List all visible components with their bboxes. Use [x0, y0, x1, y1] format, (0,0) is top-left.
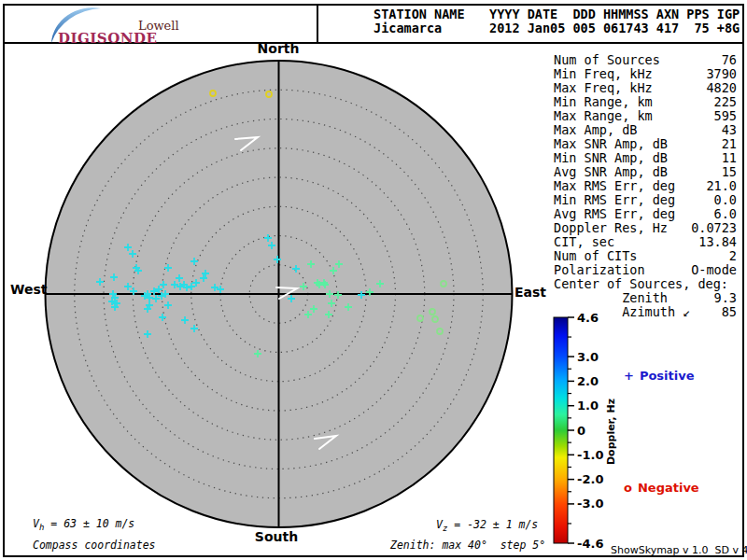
doppler-colorbar: 4.63.02.01.00-1.0-2.0-3.0-4.6: [554, 311, 603, 551]
param-value: 9.3: [714, 291, 737, 305]
header-station-label: STATION NAME: [374, 7, 465, 21]
param-value: 76: [722, 53, 737, 67]
colorbar-tick-label: 2.0: [577, 374, 599, 388]
param-label: Max Freq, kHz: [554, 81, 653, 95]
param-value: 85: [722, 305, 737, 319]
compass-label-west: West: [10, 282, 47, 297]
header-station-value: Jicamarca: [374, 21, 442, 35]
colorbar-tick-label: 3.0: [577, 350, 599, 364]
colorbar-tick-label: -3.0: [577, 497, 603, 511]
plus-marker-icon: +: [624, 369, 634, 383]
param-row: Avg RMS Err, deg6.0: [554, 207, 737, 221]
param-row: PolarizationO-mode: [554, 263, 737, 277]
compass-label-east: East: [514, 285, 546, 300]
colorbar-tick-label: 1.0: [577, 399, 599, 413]
showskymap-window: 4.63.02.01.00-1.0-2.0-3.0-4.6 Lowell DIG…: [0, 0, 747, 560]
colorbar-tick-label: -1.0: [577, 448, 603, 462]
param-value: 225: [714, 95, 737, 109]
colorbar-title: Doppler, Hz: [605, 385, 617, 479]
param-label: Azimuth ↙: [554, 305, 690, 319]
param-row: Doppler Res, Hz0.0723: [554, 221, 737, 235]
param-list: Num of Sources76Min Freq, kHz3790Max Fre…: [554, 53, 737, 319]
vertical-velocity-readout: Vz = -32 ± 1 m/s: [436, 518, 538, 533]
param-row: Min Freq, kHz3790: [554, 67, 737, 81]
param-value: 43: [722, 123, 737, 137]
param-label: Avg RMS Err, deg: [554, 207, 675, 221]
vz-symbol: V: [436, 518, 443, 531]
legend-positive: +Positive: [624, 369, 695, 383]
param-value: 11: [722, 151, 737, 165]
version-string: ShowSkymap v 1.0 SD v 4.2: [611, 544, 747, 556]
param-label: Num of CITs: [554, 249, 637, 263]
param-value: 3790: [706, 67, 737, 81]
param-label: Avg SNR Amp, dB: [554, 165, 668, 179]
param-label: Doppler Res, Hz: [554, 221, 668, 235]
param-label: Max Amp, dB: [554, 123, 637, 137]
param-row: Max Range, km595: [554, 109, 737, 123]
colorbar-tick-label: -4.6: [577, 537, 603, 551]
param-row: Max RMS Err, deg21.0: [554, 179, 737, 193]
param-value: O-mode: [691, 263, 737, 277]
param-row: Num of Sources76: [554, 53, 737, 67]
colorbar-tick-label: 0: [577, 424, 585, 438]
param-value: 0.0: [714, 193, 737, 207]
param-row: Zenith9.3: [554, 291, 737, 305]
vh-value: = 63 ± 10 m/s: [44, 517, 134, 530]
coordinates-note: Compass coordinates: [33, 539, 156, 552]
legend-positive-label: Positive: [640, 369, 695, 383]
compass-label-north: North: [258, 41, 300, 56]
param-label: Min RMS Err, deg: [554, 193, 675, 207]
param-label: CIT, sec: [554, 235, 614, 249]
param-row: Avg SNR Amp, dB15: [554, 165, 737, 179]
horizontal-velocity-readout: Vh = 63 ± 10 m/s: [33, 517, 134, 532]
logo-separator: [317, 4, 318, 42]
param-row: Max Amp, dB43: [554, 123, 737, 137]
vz-value: = -32 ± 1 m/s: [447, 518, 538, 531]
param-value: 21: [722, 137, 737, 151]
param-value: 4820: [706, 81, 737, 95]
param-label: Num of Sources: [554, 53, 660, 67]
param-label: Min SNR Amp, dB: [554, 151, 668, 165]
param-row: CIT, sec13.84: [554, 235, 737, 249]
param-value: 15: [722, 165, 737, 179]
logo-text-digisonde: DIGISONDE: [58, 30, 157, 47]
param-row: Azimuth ↙85: [554, 305, 737, 319]
param-row: Max Freq, kHz4820: [554, 81, 737, 95]
zenith-range-note: Zenith: max 40° step 5°: [390, 539, 545, 552]
legend-negative-label: Negative: [638, 481, 699, 495]
param-value: 595: [714, 109, 737, 123]
param-value: 6.0: [714, 207, 737, 221]
param-row: Min Range, km225: [554, 95, 737, 109]
param-value: 2: [729, 249, 737, 263]
param-label: Zenith: [554, 291, 668, 305]
param-value: 0.0723: [691, 221, 737, 235]
param-row: Min SNR Amp, dB11: [554, 151, 737, 165]
param-label: Polarization: [554, 263, 645, 277]
vh-symbol: V: [33, 517, 39, 530]
header-columns: YYYY DATE DDD HHMMSS AXN PPS IGP: [489, 7, 740, 21]
param-row: Num of CITs2: [554, 249, 737, 263]
param-label: Min Freq, kHz: [554, 67, 653, 81]
param-row: Center of Sources, deg:: [554, 277, 737, 291]
param-label: Center of Sources, deg:: [554, 277, 728, 291]
legend-negative: oNegative: [624, 481, 699, 495]
param-row: Max SNR Amp, dB21: [554, 137, 737, 151]
circle-marker-icon: o: [624, 481, 632, 495]
param-row: Min RMS Err, deg0.0: [554, 193, 737, 207]
param-label: Max Range, km: [554, 109, 653, 123]
param-value: 21.0: [706, 179, 737, 193]
param-label: Min Range, km: [554, 95, 653, 109]
param-value: 13.84: [698, 235, 737, 249]
header-values: 2012 Jan05 005 061743 417 75 +8G: [489, 21, 740, 35]
lowell-digisonde-logo: Lowell DIGISONDE: [37, 6, 238, 45]
param-label: Max SNR Amp, dB: [554, 137, 668, 151]
colorbar-tick-label: -2.0: [577, 472, 603, 486]
compass-label-south: South: [255, 529, 298, 544]
param-label: Max RMS Err, deg: [554, 179, 675, 193]
